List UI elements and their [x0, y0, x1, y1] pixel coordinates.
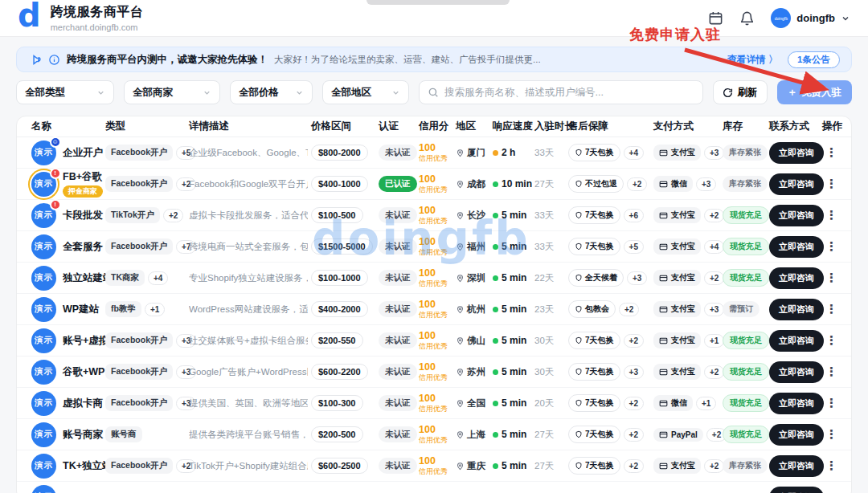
warranty-extra-badge: +4: [624, 146, 644, 160]
table-row[interactable]: 演示 独立站建站 TK商家 +4 专业Shopify独立站建设服务，提··· $…: [17, 263, 851, 294]
type-filter-select[interactable]: 全部类型: [16, 80, 114, 104]
shield-icon: [575, 430, 583, 438]
contact-button[interactable]: 立即咨询: [769, 142, 824, 164]
avatar: 演示 ☺: [31, 141, 56, 165]
table-row[interactable]: 演示 ☺ 企业开户 Facebook开户 +5 企业级Facebook、Goog…: [17, 137, 851, 169]
type-badge: Facebook开户: [105, 238, 173, 255]
response-speed: 5 min: [493, 272, 526, 283]
more-actions-button[interactable]: ⋮: [822, 177, 841, 191]
contact-button[interactable]: 立即咨询: [769, 299, 824, 320]
more-actions-button[interactable]: ⋮: [822, 365, 841, 379]
price-badge: $100-500: [311, 207, 363, 223]
table-row[interactable]: 演示 ! 卡段批发 TikTok开户 +2 虚拟卡卡段批发服务，适合代理··· …: [17, 200, 851, 231]
response-speed: 10 min: [493, 178, 532, 189]
contact-button[interactable]: 立即咨询: [769, 330, 824, 352]
shield-icon: [575, 399, 583, 407]
column-header: 入驻时长: [533, 120, 567, 133]
more-actions-button[interactable]: ⋮: [822, 239, 841, 254]
location-pin-icon: [456, 242, 465, 251]
warranty-badge: 7天包换: [568, 457, 620, 475]
warranty-extra-badge: +2: [619, 303, 639, 316]
avatar-label: 演示: [35, 335, 53, 346]
cert-badge: 已认证: [379, 176, 417, 192]
contact-button[interactable]: 立即咨询: [769, 205, 824, 226]
contact-button[interactable]: 立即咨询: [769, 424, 824, 446]
location-pin-icon: [456, 368, 465, 377]
more-actions-button[interactable]: ⋮: [822, 271, 841, 285]
price-filter-select[interactable]: 全部价格: [230, 80, 313, 104]
more-actions-button[interactable]: ⋮: [822, 302, 841, 316]
free-join-button[interactable]: ＋ 免费入驻: [777, 80, 853, 104]
cert-badge: 未认证: [379, 270, 417, 286]
avatar: 演示: [31, 391, 56, 416]
speed-dot: [493, 213, 498, 218]
response-speed: 5 min: [493, 241, 526, 252]
contact-button[interactable]: 立即咨询: [769, 361, 824, 383]
bell-icon[interactable]: [739, 10, 755, 26]
warranty-badge: 包教会: [568, 300, 616, 318]
contact-button[interactable]: 立即咨询: [769, 393, 824, 414]
table-row[interactable]: 演示 TK+独立站 Facebook开户 +2 TikTok开户+Shopify…: [17, 450, 851, 482]
table-row[interactable]: 演示 账号+虚拟卡 Facebook开户 +3 社交媒体账号+虚拟卡组合服务，·…: [17, 325, 851, 357]
contact-button[interactable]: 立即咨询: [769, 487, 824, 493]
more-actions-button[interactable]: ⋮: [822, 333, 841, 348]
user-menu[interactable]: doingfb doingfb: [771, 8, 850, 28]
notification-badge: !: [50, 199, 61, 210]
region: 长沙: [456, 210, 485, 222]
price-badge: $100-300: [311, 395, 363, 411]
description: Google广告账户+WordPress网···: [189, 366, 308, 378]
region-filter-select[interactable]: 全部地区: [322, 80, 409, 104]
location-pin-icon: [456, 430, 465, 439]
table-row[interactable]: 演示 ! FB+谷歌 押金商家 Facebook开户 +2 Facebook和G…: [17, 169, 851, 200]
table-row[interactable]: 演示 WP建站 fb教学 +1 WordPress网站建设服务，适用··· $4…: [17, 294, 851, 325]
credit-card-icon: [659, 180, 668, 189]
contact-button[interactable]: 立即咨询: [769, 236, 824, 258]
more-actions-button[interactable]: ⋮: [822, 458, 841, 473]
merchant-filter-select[interactable]: 全部商家: [124, 80, 220, 104]
warranty-badge: 7天包换: [568, 426, 620, 443]
warranty-extra-badge: +2: [624, 459, 644, 473]
refresh-button[interactable]: 刷新: [713, 80, 768, 104]
response-speed: 5 min: [493, 397, 526, 409]
browser-tab-remnant: [366, 0, 510, 5]
contact-button[interactable]: 立即咨询: [769, 173, 824, 195]
credit-card-icon: [659, 462, 668, 471]
table-row[interactable]: 演示 账号商家 账号商 提供各类跨境平台账号销售，包··· $200-500 未…: [17, 419, 851, 450]
search-input[interactable]: [444, 87, 694, 98]
description: Facebook和Google双平台开户···: [189, 178, 308, 190]
type-badge: TK商家: [105, 270, 145, 286]
table-row[interactable]: 演示 虚拟卡商 Facebook开户 +3 提供美国、英国、欧洲等地区虚··· …: [17, 388, 851, 419]
payment-badge: 支付宝: [653, 145, 701, 161]
more-actions-button[interactable]: ⋮: [822, 145, 841, 160]
avatar: 演示: [31, 234, 56, 259]
table-row[interactable]: 演示 全套服务 Facebook开户 +7 跨境电商一站式全套服务，包含··· …: [17, 231, 851, 263]
chevron-down-icon: [295, 88, 304, 97]
contact-button[interactable]: 立即咨询: [769, 455, 824, 477]
warranty-badge: 7天包换: [568, 363, 620, 381]
view-details-link[interactable]: 查看详情 〉: [727, 53, 778, 67]
announcement-count-badge[interactable]: 1条公告: [788, 51, 840, 68]
search-icon: [428, 87, 439, 98]
more-actions-button[interactable]: ⋮: [822, 208, 841, 222]
warranty-extra-badge: +2: [627, 177, 647, 191]
column-header: 类型: [104, 120, 187, 133]
warranty-extra-badge: +2: [624, 397, 644, 410]
contact-button[interactable]: 立即咨询: [769, 267, 824, 289]
speed-dot: [493, 401, 498, 406]
calendar-icon[interactable]: [708, 10, 723, 26]
payment-badge: 支付宝: [653, 207, 701, 223]
response-speed: 5 min: [493, 304, 526, 315]
notification-badge: !: [50, 168, 61, 179]
avatar: 演示: [31, 454, 56, 479]
warranty-extra-badge: +2: [624, 334, 644, 348]
stock-badge: 现货充足: [723, 394, 769, 412]
more-actions-button[interactable]: ⋮: [822, 427, 841, 442]
tenure: 20天: [534, 397, 554, 409]
provider-name: 卡段批发: [63, 209, 102, 222]
table-row[interactable]: 演示: [17, 482, 851, 493]
page-title: 跨境服务商平台: [51, 4, 144, 21]
region: 福州: [456, 241, 485, 253]
price-badge: $1500-5000: [311, 238, 373, 255]
table-row[interactable]: 演示 谷歌+WP Facebook开户 +3 Google广告账户+WordPr…: [17, 357, 851, 388]
more-actions-button[interactable]: ⋮: [822, 396, 841, 410]
